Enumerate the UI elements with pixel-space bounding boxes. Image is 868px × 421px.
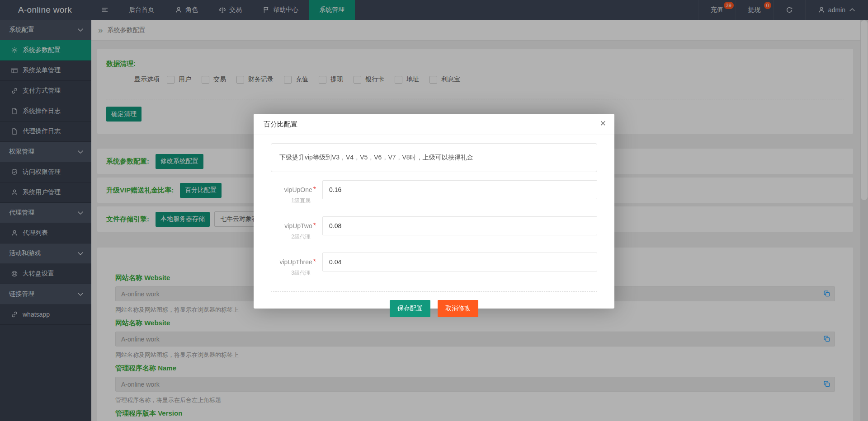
modal-description: 下级提升vip等级到V3，V4，V5，V6，V7，V8时，上级可以获得礼金 <box>271 143 597 172</box>
vipupthree-input[interactable] <box>322 253 597 271</box>
percentage-config-modal: 百分比配置 ✕ 下级提升vip等级到V3，V4，V5，V6，V7，V8时，上级可… <box>254 114 614 309</box>
field-name: vipUpOne <box>284 186 312 193</box>
divider <box>271 291 597 292</box>
field-sublabel: 3级代理 <box>271 269 316 277</box>
required-asterisk: * <box>313 222 316 229</box>
modal-field-vipuptwo: vipUpTwo* 2级代理 <box>271 216 597 241</box>
required-asterisk: * <box>313 186 316 193</box>
modal-field-vipupone: vipUpOne* 1级直属 <box>271 180 597 205</box>
field-name: vipUpThree <box>279 258 312 266</box>
modal-field-vipupthree: vipUpThree* 3级代理 <box>271 253 597 277</box>
required-asterisk: * <box>313 258 316 266</box>
vipupone-input[interactable] <box>322 180 597 199</box>
save-config-button[interactable]: 保存配置 <box>390 300 430 317</box>
vipuptwo-input[interactable] <box>322 216 597 235</box>
close-icon[interactable]: ✕ <box>600 120 606 127</box>
field-sublabel: 1级直属 <box>271 197 316 205</box>
cancel-modify-button[interactable]: 取消修改 <box>438 300 478 317</box>
modal-header: 百分比配置 ✕ <box>254 114 614 135</box>
field-sublabel: 2级代理 <box>271 233 316 241</box>
modal-title: 百分比配置 <box>264 120 297 129</box>
field-name: vipUpTwo <box>284 222 312 229</box>
